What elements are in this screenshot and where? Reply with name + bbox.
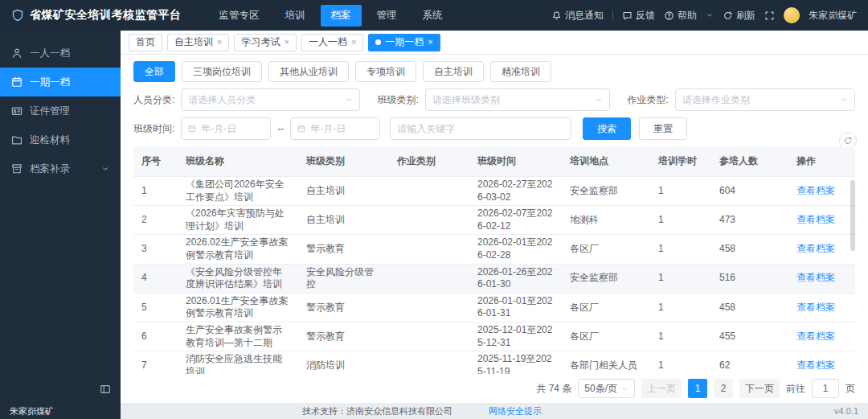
chevron-down-icon — [595, 96, 603, 104]
sidebar-item-label: 证件管理 — [30, 105, 70, 118]
page-size-select[interactable]: 50条/页 — [578, 379, 635, 398]
tab-other-practitioner-training[interactable]: 其他从业培训 — [268, 61, 349, 82]
tag-person-archive[interactable]: 一人一档× — [301, 34, 363, 51]
view-archive-link[interactable]: 查看档案 — [796, 359, 835, 371]
date-end-field[interactable] — [310, 123, 373, 134]
help-button[interactable]: 帮助 — [664, 9, 697, 23]
cell-hours: 1 — [650, 235, 711, 264]
feedback-button[interactable]: 反馈 — [622, 9, 655, 23]
cell-time: 2026-01-26至2026-01-30 — [469, 264, 562, 293]
tab-special-training[interactable]: 专项培训 — [355, 61, 416, 82]
cell-place: 各部门相关人员 — [562, 351, 650, 374]
tag-home[interactable]: 首页 — [129, 34, 162, 51]
chevron-down-icon — [101, 165, 109, 173]
sidebar-item-person-archive[interactable]: 一人一档 — [0, 39, 121, 68]
tag-close-icon[interactable]: × — [351, 38, 356, 47]
person-category-select[interactable]: 请选择人员分类 — [181, 88, 359, 111]
sidebar-item-certificates[interactable]: 证件管理 — [0, 97, 121, 125]
network-security-link[interactable]: 网络安全提示 — [489, 405, 542, 417]
active-dot — [375, 39, 381, 45]
page-number-1[interactable]: 1 — [688, 379, 707, 398]
version-label: v4.0.1 — [834, 406, 858, 416]
table-row: 4《安全风险分级管控年度辨识评估结果》培训安全风险分级管控2026-01-26至… — [133, 264, 855, 293]
view-archive-link[interactable]: 查看档案 — [796, 331, 835, 342]
nav-archive[interactable]: 档案 — [321, 5, 362, 27]
sidebar-item-label: 档案补录 — [30, 162, 70, 176]
cell-no: 5 — [133, 293, 178, 322]
page-size-value: 50条/页 — [584, 382, 617, 396]
refresh-button[interactable]: 刷新 — [723, 9, 755, 23]
chevron-down-icon — [345, 96, 353, 104]
chevron-down-icon[interactable] — [706, 11, 714, 19]
id-card-icon — [11, 105, 23, 117]
date-start-input[interactable] — [181, 117, 271, 140]
page-number-2[interactable]: 2 — [714, 379, 733, 398]
sidebar-item-inspection-materials[interactable]: 迎检材料 — [0, 125, 121, 154]
goto-page-input[interactable] — [812, 379, 839, 398]
tab-precise-training[interactable]: 精准培训 — [490, 61, 551, 82]
next-page-button[interactable]: 下一页 — [739, 379, 780, 398]
page-content: 全部 三项岗位培训 其他从业培训 专项培训 自主培训 精准培训 人员分类: 请选… — [121, 55, 868, 403]
fullscreen-icon[interactable] — [764, 10, 775, 21]
cell-count: 516 — [711, 264, 788, 293]
cell-actions: 查看档案 — [788, 293, 855, 322]
class-category-label: 班级类别: — [378, 93, 419, 107]
sidebar-item-label: 迎检材料 — [30, 134, 70, 147]
sidebar-collapse-button[interactable] — [0, 376, 121, 403]
calendar-icon — [188, 124, 196, 134]
notify-button[interactable]: 消息通知 — [551, 9, 604, 23]
work-category-select[interactable]: 请选择作业类别 — [675, 88, 855, 111]
nav-system[interactable]: 系统 — [412, 5, 453, 27]
col-class-category: 班级类别 — [298, 146, 389, 177]
tab-three-post-training[interactable]: 三项岗位培训 — [182, 61, 262, 82]
cell-actions: 查看档案 — [788, 206, 855, 235]
date-end-input[interactable] — [290, 117, 380, 140]
person-category-label: 人员分类: — [133, 93, 174, 107]
reset-button[interactable]: 重置 — [639, 117, 687, 140]
filter-row-2: 班级时间: -- 搜索 重置 — [133, 117, 855, 140]
sidebar-item-archive-supplement[interactable]: 档案补录 — [0, 154, 121, 183]
cell-name: 生产安全事故案例警示教育培训—第十二期 — [178, 322, 298, 351]
sidebar-item-period-archive[interactable]: 一期一档 — [0, 68, 121, 97]
scrollbar-thumb[interactable] — [850, 180, 855, 251]
date-start-field[interactable] — [201, 123, 264, 134]
cell-time: 2026-02-27至2026-03-02 — [469, 177, 562, 206]
cell-hours: 1 — [650, 177, 711, 206]
search-button[interactable]: 搜索 — [583, 117, 631, 140]
tag-close-icon[interactable]: × — [217, 38, 222, 47]
tab-all[interactable]: 全部 — [133, 61, 175, 82]
total-count: 共 74 条 — [536, 382, 571, 396]
view-archive-link[interactable]: 查看档案 — [796, 272, 835, 283]
tab-self-training[interactable]: 自主培训 — [423, 61, 484, 82]
cell-hours: 1 — [650, 206, 711, 235]
cell-category: 安全风险分级管控 — [298, 264, 389, 293]
view-archive-link[interactable]: 查看档案 — [796, 214, 835, 225]
user-name[interactable]: 朱家峁煤矿 — [809, 9, 857, 23]
class-category-select[interactable]: 请选择班级类别 — [425, 88, 610, 111]
user-avatar[interactable] — [784, 7, 800, 23]
nav-supervision[interactable]: 监管专区 — [209, 5, 270, 27]
nav-manage[interactable]: 管理 — [366, 5, 407, 27]
cell-no: 1 — [133, 177, 178, 206]
feedback-icon — [622, 10, 633, 21]
keyword-input[interactable] — [390, 117, 571, 140]
nav-training[interactable]: 培训 — [275, 5, 316, 27]
cell-no: 4 — [133, 264, 178, 293]
notify-label: 消息通知 — [565, 9, 604, 23]
view-archive-link[interactable]: 查看档案 — [796, 302, 835, 313]
logo-icon — [11, 9, 24, 22]
view-archive-link[interactable]: 查看档案 — [796, 185, 835, 196]
tag-self-training[interactable]: 自主培训× — [167, 34, 229, 51]
tag-close-icon[interactable]: × — [428, 38, 432, 47]
footer-bar: 技术支持：济南安众信息科技有限公司 网络安全提示 v4.0.1 — [121, 403, 868, 419]
cell-name: 《2026年灾害预防与处理计划》培训 — [178, 206, 298, 235]
col-place: 培训地点 — [562, 146, 650, 177]
tag-close-icon[interactable]: × — [284, 38, 289, 47]
class-table: 序号 班级名称 班级类别 作业类别 班级时间 培训地点 培训学时 参培人数 操作… — [133, 146, 855, 374]
view-archive-link[interactable]: 查看档案 — [796, 243, 835, 254]
tag-study-exam[interactable]: 学习考试× — [234, 34, 296, 51]
tech-support-text: 技术支持：济南安众信息科技有限公司 — [302, 405, 452, 417]
col-class-name: 班级名称 — [178, 146, 298, 177]
prev-page-button[interactable]: 上一页 — [641, 379, 682, 398]
tag-period-archive[interactable]: 一期一档× — [368, 34, 440, 51]
